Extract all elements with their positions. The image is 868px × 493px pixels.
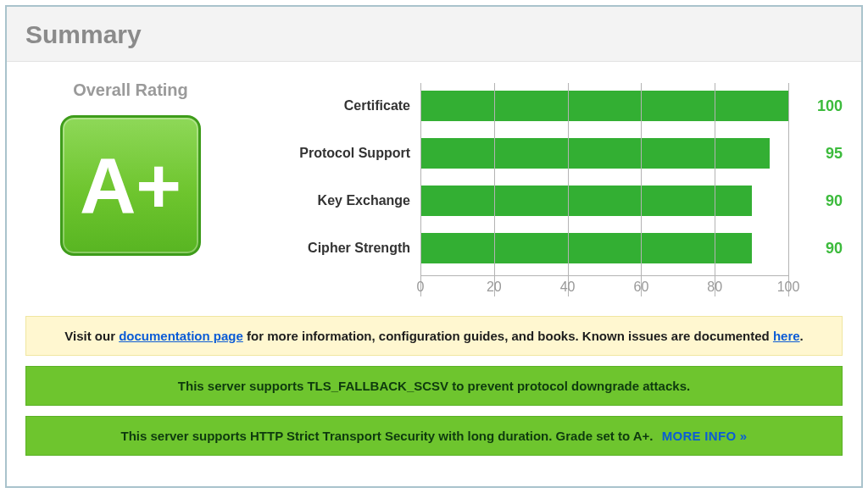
- docs-text-mid: for more information, configuration guid…: [243, 329, 773, 343]
- docs-text-post: .: [800, 329, 804, 343]
- known-issues-link[interactable]: here: [773, 329, 800, 343]
- chart-bar-track: [420, 233, 788, 263]
- documentation-link[interactable]: documentation page: [119, 329, 243, 343]
- chart-gridline: [715, 83, 715, 296]
- chart-bar-label: Key Exchange: [266, 193, 420, 208]
- chart-bar-label: Protocol Support: [266, 146, 420, 161]
- hsts-more-link[interactable]: MORE INFO »: [662, 429, 748, 443]
- rating-title: Overall Rating: [73, 80, 188, 100]
- chart-axis: 020406080100: [266, 275, 843, 301]
- chart-tick-label: 60: [633, 280, 648, 295]
- scsv-post: to prevent protocol downgrade attacks.: [448, 379, 690, 393]
- chart-bar-value: 90: [788, 240, 843, 258]
- chart-bar-row: Certificate100: [266, 82, 843, 130]
- docs-text-pre: Visit our: [64, 329, 119, 343]
- scsv-pre: This server supports: [178, 379, 308, 393]
- chart-bar-fill: [420, 233, 752, 263]
- chart-gridline: [494, 83, 495, 296]
- chart-tick-label: 40: [560, 280, 576, 295]
- page-title: Summary: [25, 20, 843, 49]
- chart-bar-row: Cipher Strength90: [266, 224, 843, 272]
- rating-row: Overall Rating A+ Certificate100Protocol…: [25, 77, 843, 306]
- hsts-banner: This server supports HTTP Strict Transpo…: [25, 416, 843, 456]
- summary-card: Summary Overall Rating A+ Certificate100…: [5, 5, 863, 488]
- chart-bar-fill: [420, 138, 770, 169]
- chart-bar-label: Cipher Strength: [266, 241, 420, 256]
- docs-banner: Visit our documentation page for more in…: [25, 316, 843, 356]
- chart-bar-track: [420, 91, 788, 121]
- grade-badge: A+: [60, 115, 201, 256]
- hsts-text: This server supports HTTP Strict Transpo…: [120, 429, 653, 443]
- rating-column: Overall Rating A+: [25, 77, 236, 256]
- chart-bar-fill: [420, 186, 752, 216]
- chart-bar-label: Certificate: [266, 98, 420, 114]
- card-body: Overall Rating A+ Certificate100Protocol…: [7, 62, 861, 486]
- chart-bar-row: Protocol Support95: [266, 130, 843, 177]
- chart-gridline: [641, 83, 642, 296]
- chart-gridline: [420, 83, 421, 296]
- chart-gridline: [788, 83, 789, 296]
- chart-tick-label: 0: [417, 280, 425, 295]
- chart-gridline: [568, 83, 569, 296]
- chart-bar-row: Key Exchange90: [266, 177, 843, 224]
- score-chart: Certificate100Protocol Support95Key Exch…: [266, 82, 843, 306]
- chart-bar-fill: [420, 91, 788, 121]
- chart-tick-label: 80: [707, 280, 722, 295]
- chart-tick-label: 100: [777, 280, 800, 295]
- chart-bar-value: 100: [788, 97, 843, 115]
- chart-tick-label: 20: [487, 280, 502, 295]
- chart-bar-track: [420, 138, 788, 169]
- scsv-banner: This server supports TLS_FALLBACK_SCSV t…: [25, 366, 843, 406]
- chart-bar-value: 95: [788, 145, 843, 163]
- chart-bar-track: [420, 186, 788, 216]
- card-header: Summary: [7, 7, 861, 62]
- chart-bar-value: 90: [788, 192, 843, 210]
- scsv-bold: TLS_FALLBACK_SCSV: [307, 379, 448, 393]
